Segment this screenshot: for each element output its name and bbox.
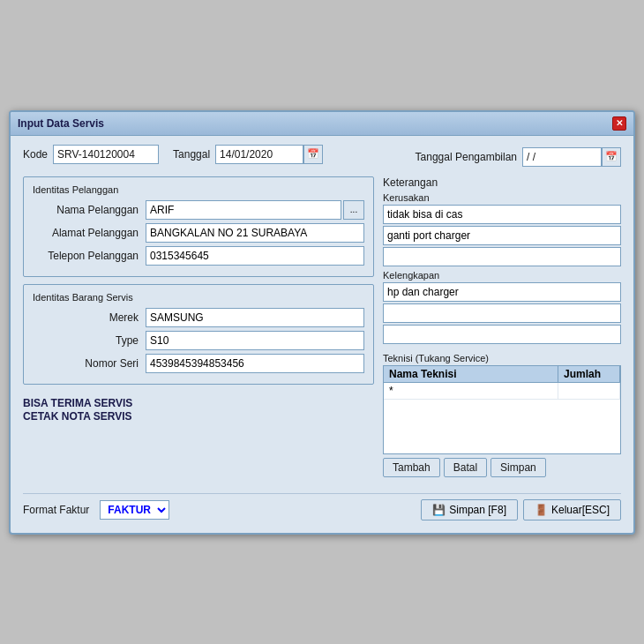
- window-title: Input Data Servis: [18, 117, 104, 130]
- teknisi-buttons: Tambah Batal Simpan: [383, 458, 621, 477]
- col-jumlah-header: Jumlah: [558, 366, 620, 382]
- kode-row: Kode: [23, 145, 159, 164]
- nomor-seri-row: Nomor Seri: [33, 354, 364, 373]
- kerusakan-input-3[interactable]: [383, 247, 621, 266]
- kerusakan-input-2[interactable]: [383, 226, 621, 245]
- right-panel: Keterangan Kerusakan Kelengkapan: [383, 176, 621, 484]
- identitas-barang-section: Identitas Barang Servis Merek Type Nomor…: [23, 284, 374, 385]
- bottom-row: Format Faktur FAKTUR 💾 Simpan [F8] 🚪 Kel…: [23, 493, 621, 520]
- teknisi-section: Teknisi (Tukang Service) Nama Teknisi Ju…: [383, 353, 621, 477]
- tanggal-row: Tanggal 📅: [173, 145, 323, 164]
- telepon-label: Telepon Pelanggan: [33, 250, 139, 262]
- alamat-label: Alamat Pelanggan: [33, 227, 139, 239]
- kelengkapan-title: Kelengkapan: [383, 270, 621, 281]
- merek-label: Merek: [33, 311, 139, 324]
- alamat-input[interactable]: [146, 223, 364, 243]
- row-jumlah: [558, 383, 620, 399]
- close-button[interactable]: ✕: [612, 116, 626, 131]
- table-row: *: [384, 383, 620, 400]
- simpan-f8-label: Simpan [F8]: [449, 504, 506, 516]
- top-row: Kode Tanggal 📅 Tanggal Pengambilan 📅: [23, 145, 621, 169]
- title-bar: Input Data Servis ✕: [11, 112, 633, 136]
- tanggal-calendar-icon[interactable]: 📅: [303, 145, 323, 164]
- action-buttons: 💾 Simpan [F8] 🚪 Keluar[ESC]: [421, 499, 621, 520]
- format-faktur-label: Format Faktur: [23, 504, 89, 516]
- type-label: Type: [33, 334, 139, 347]
- simpan-f8-button[interactable]: 💾 Simpan [F8]: [421, 499, 518, 520]
- keterangan-section: Keterangan Kerusakan Kelengkapan: [383, 176, 621, 348]
- alamat-row: Alamat Pelanggan: [33, 223, 364, 243]
- kerusakan-input-1[interactable]: [383, 205, 621, 224]
- merek-row: Merek: [33, 308, 364, 327]
- form-content: Kode Tanggal 📅 Tanggal Pengambilan 📅: [11, 136, 633, 533]
- big-text-line1: BISA TERIMA SERVIS: [23, 397, 374, 411]
- tanggal-pengambilan-input[interactable]: [522, 147, 602, 167]
- keluar-button[interactable]: 🚪 Keluar[ESC]: [523, 499, 621, 520]
- simpan-small-button[interactable]: Simpan: [490, 458, 546, 477]
- kode-input[interactable]: [53, 145, 159, 164]
- keluar-label: Keluar[ESC]: [551, 504, 610, 516]
- telepon-input[interactable]: [146, 246, 364, 266]
- identitas-barang-title: Identitas Barang Servis: [33, 292, 364, 303]
- big-text-line2: CETAK NOTA SERVIS: [23, 410, 374, 424]
- nama-input[interactable]: [146, 200, 341, 220]
- tanggal-pengambilan-label: Tanggal Pengambilan: [416, 151, 517, 163]
- tanggal-pengambilan-row: Tanggal Pengambilan 📅: [416, 147, 621, 167]
- teknisi-table: Nama Teknisi Jumlah *: [383, 365, 621, 454]
- tanggal-pengambilan-calendar-icon[interactable]: 📅: [602, 147, 621, 167]
- format-faktur-select[interactable]: FAKTUR: [100, 500, 169, 520]
- teknisi-table-body: *: [384, 383, 620, 453]
- nama-label: Nama Pelanggan: [33, 204, 139, 216]
- kelengkapan-input-3[interactable]: [383, 325, 621, 344]
- kode-label: Kode: [23, 148, 48, 161]
- kerusakan-area: Kerusakan: [383, 192, 621, 270]
- tanggal-input[interactable]: [215, 145, 303, 164]
- exit-icon: 🚪: [535, 504, 548, 516]
- tanggal-label: Tanggal: [173, 148, 210, 161]
- telepon-row: Telepon Pelanggan: [33, 246, 364, 266]
- main-window: Input Data Servis ✕ Kode Tanggal 📅 Tangg…: [9, 110, 635, 535]
- col-nama-header: Nama Teknisi: [384, 366, 558, 382]
- nomor-seri-label: Nomor Seri: [33, 357, 139, 370]
- kerusakan-title: Kerusakan: [383, 192, 621, 203]
- big-text: BISA TERIMA SERVIS CETAK NOTA SERVIS: [23, 397, 374, 424]
- type-row: Type: [33, 331, 364, 350]
- kelengkapan-input-1[interactable]: [383, 282, 621, 302]
- save-icon: 💾: [432, 504, 446, 516]
- tanggal-wrapper: 📅: [215, 145, 323, 164]
- keterangan-title: Keterangan: [383, 176, 621, 189]
- row-marker: *: [384, 383, 558, 399]
- identitas-pelanggan-title: Identitas Pelanggan: [33, 184, 364, 195]
- main-layout: Identitas Pelanggan Nama Pelanggan ... A…: [23, 176, 621, 484]
- batal-button[interactable]: Batal: [444, 458, 487, 477]
- merek-input[interactable]: [146, 308, 364, 327]
- kelengkapan-area: Kelengkapan: [383, 270, 621, 348]
- nama-row: Nama Pelanggan ...: [33, 200, 364, 220]
- tambah-button[interactable]: Tambah: [383, 458, 440, 477]
- left-panel: Identitas Pelanggan Nama Pelanggan ... A…: [23, 176, 374, 484]
- format-faktur-row: Format Faktur FAKTUR: [23, 500, 169, 520]
- teknisi-title: Teknisi (Tukang Service): [383, 353, 621, 363]
- nama-browse-button[interactable]: ...: [343, 200, 364, 220]
- kelengkapan-input-2[interactable]: [383, 303, 621, 323]
- identitas-pelanggan-section: Identitas Pelanggan Nama Pelanggan ... A…: [23, 176, 374, 277]
- type-input[interactable]: [146, 331, 364, 350]
- nomor-seri-input[interactable]: [146, 354, 364, 373]
- teknisi-table-header: Nama Teknisi Jumlah: [384, 366, 620, 383]
